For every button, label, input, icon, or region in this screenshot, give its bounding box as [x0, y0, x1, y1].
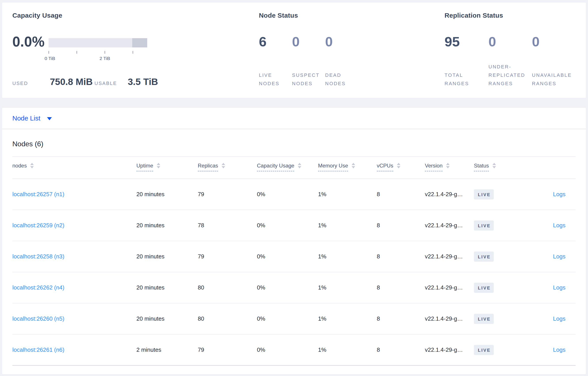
nodes-table-header: nodes Uptime Replicas Capacity Usage Mem… — [12, 157, 576, 179]
column-header-vcpus[interactable]: vCPUs — [377, 163, 425, 171]
replicas-cell: 80 — [198, 315, 257, 322]
used-value: 750.8 MiB — [50, 77, 94, 87]
column-header-label: Uptime — [136, 163, 153, 171]
capacity-used-percent: 0.0% — [12, 35, 45, 49]
node-link[interactable]: localhost:26260 (n5) — [12, 315, 64, 322]
capacity-cell: 0% — [257, 253, 318, 260]
node-status-title: Node Status — [259, 12, 298, 19]
column-header-replicas[interactable]: Replicas — [198, 163, 257, 171]
sort-icon — [493, 163, 496, 168]
table-row: localhost:26259 (n2) 20 minutes 78 0% 1%… — [12, 210, 576, 241]
node-list-dropdown[interactable]: Node List — [12, 115, 52, 122]
nodes-heading: Nodes (6) — [12, 140, 576, 148]
logs-link[interactable]: Logs — [553, 284, 566, 291]
cluster-summary-card: Capacity Usage 0.0% 0 TiB 2 TiB USED 750… — [2, 2, 586, 98]
version-cell: v22.1.4-29-g… — [425, 222, 474, 229]
dead-nodes-label: DEAD NODES — [325, 71, 355, 88]
logs-link[interactable]: Logs — [553, 346, 566, 353]
column-header-uptime[interactable]: Uptime — [136, 163, 198, 171]
node-link[interactable]: localhost:26261 (n6) — [12, 346, 64, 353]
sort-icon — [298, 163, 301, 168]
sort-icon — [30, 163, 34, 168]
nodes-panel: Nodes (6) nodes Uptime Replicas Capacity… — [2, 129, 586, 375]
table-row: localhost:26260 (n5) 20 minutes 80 0% 1%… — [12, 303, 576, 334]
unavailable-ranges-metric: 0 UNAVAILABLE RANGES — [532, 35, 577, 88]
memory-cell: 1% — [318, 315, 377, 322]
sort-icon — [352, 163, 355, 168]
replicas-cell: 79 — [198, 191, 257, 198]
version-cell: v22.1.4-29-g… — [425, 253, 474, 260]
replicas-cell: 79 — [198, 346, 257, 353]
memory-cell: 1% — [318, 253, 377, 260]
capacity-gauge-bar — [49, 38, 147, 47]
capacity-gauge-axis: 0 TiB 2 TiB — [49, 49, 147, 62]
vcpus-cell: 8 — [377, 346, 425, 353]
table-row: localhost:26258 (n3) 20 minutes 79 0% 1%… — [12, 241, 576, 272]
total-ranges-metric: 95 TOTAL RANGES — [444, 35, 482, 88]
column-header-nodes[interactable]: nodes — [12, 163, 136, 171]
logs-link[interactable]: Logs — [553, 315, 566, 322]
uptime-cell: 20 minutes — [136, 253, 198, 260]
logs-link[interactable]: Logs — [553, 222, 566, 229]
live-nodes-metric: 6 LIVE NODES — [259, 35, 289, 88]
suspect-nodes-label: SUSPECT NODES — [292, 71, 322, 88]
axis-tick — [105, 51, 105, 54]
logs-link[interactable]: Logs — [553, 191, 566, 198]
axis-tick — [133, 51, 133, 54]
sort-icon — [397, 163, 400, 168]
axis-tick-label: 2 TiB — [100, 56, 110, 61]
column-header-memory-use[interactable]: Memory Use — [318, 163, 377, 171]
capacity-cell: 0% — [257, 222, 318, 229]
uptime-cell: 2 minutes — [136, 346, 198, 353]
version-cell: v22.1.4-29-g… — [425, 191, 474, 198]
replication-status-title: Replication Status — [444, 12, 503, 19]
uptime-cell: 20 minutes — [136, 315, 198, 322]
memory-cell: 1% — [318, 346, 377, 353]
replicas-cell: 79 — [198, 253, 257, 260]
node-link[interactable]: localhost:26259 (n2) — [12, 222, 64, 229]
chevron-down-icon — [47, 117, 52, 120]
table-row: localhost:26262 (n4) 20 minutes 80 0% 1%… — [12, 272, 576, 303]
uptime-cell: 20 minutes — [136, 191, 198, 198]
column-header-label: Memory Use — [318, 163, 348, 171]
status-badge: LIVE — [474, 251, 494, 262]
usable-value: 3.5 TiB — [128, 77, 158, 87]
node-link[interactable]: localhost:26258 (n3) — [12, 253, 64, 260]
version-cell: v22.1.4-29-g… — [425, 284, 474, 291]
capacity-cell: 0% — [257, 315, 318, 322]
version-cell: v22.1.4-29-g… — [425, 346, 474, 353]
vcpus-cell: 8 — [377, 284, 425, 291]
unavailable-ranges-label: UNAVAILABLE RANGES — [532, 71, 577, 88]
capacity-usage-title: Capacity Usage — [12, 12, 62, 19]
column-header-label: Replicas — [198, 163, 218, 171]
replicas-cell: 78 — [198, 222, 257, 229]
under-replicated-ranges-value: 0 — [488, 35, 532, 49]
status-badge: LIVE — [474, 220, 494, 230]
suspect-nodes-value: 0 — [292, 35, 322, 49]
node-list-bar: Node List — [2, 107, 586, 129]
node-link[interactable]: localhost:26262 (n4) — [12, 284, 64, 291]
column-header-status[interactable]: Status — [474, 163, 529, 171]
under-replicated-ranges-label: UNDER-REPLICATED RANGES — [488, 63, 532, 88]
memory-cell: 1% — [318, 284, 377, 291]
uptime-cell: 20 minutes — [136, 222, 198, 229]
vcpus-cell: 8 — [377, 222, 425, 229]
status-badge: LIVE — [474, 283, 494, 293]
version-cell: v22.1.4-29-g… — [425, 315, 474, 322]
capacity-cell: 0% — [257, 191, 318, 198]
unavailable-ranges-value: 0 — [532, 35, 577, 49]
dead-nodes-value: 0 — [325, 35, 355, 49]
logs-link[interactable]: Logs — [553, 253, 566, 260]
live-nodes-value: 6 — [259, 35, 289, 49]
capacity-cell: 0% — [257, 284, 318, 291]
column-header-label: Status — [474, 163, 489, 171]
replicas-cell: 80 — [198, 284, 257, 291]
vcpus-cell: 8 — [377, 253, 425, 260]
column-header-capacity-usage[interactable]: Capacity Usage — [257, 163, 318, 171]
node-list-dropdown-label: Node List — [12, 115, 40, 122]
node-link[interactable]: localhost:26257 (n1) — [12, 191, 64, 198]
memory-cell: 1% — [318, 191, 377, 198]
used-label: USED — [12, 81, 50, 86]
usable-label: USABLE — [94, 81, 128, 86]
column-header-version[interactable]: Version — [425, 163, 474, 171]
